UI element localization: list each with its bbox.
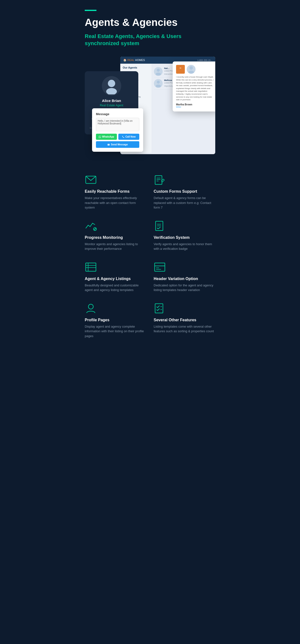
message-textarea[interactable]: Hello, I am interested in [Villa on Holl…: [96, 118, 139, 131]
feature-verification-system: Verification SystemVerify agents and age…: [154, 220, 215, 251]
features-grid: Easily Reachable FormsMake your represen…: [85, 174, 215, 338]
feature-agent-listings: Agent & Agency ListingsBeautifully desig…: [85, 261, 146, 292]
svg-point-5: [155, 85, 161, 88]
feature-desc-header-variation: Dedicated option for the agent and agenc…: [154, 283, 215, 292]
review-text: I recently sold a house through Liam Wya…: [176, 76, 214, 101]
feature-title-verification-system: Verification System: [154, 236, 215, 240]
accent-bar: [85, 10, 96, 11]
agent-name: Alice Brian: [90, 98, 134, 103]
edit-form-icon: [154, 174, 166, 186]
agent-thumb: [154, 67, 163, 76]
feature-desc-verification-system: Verify agents and agencies to honor them…: [154, 242, 215, 251]
feature-title-easily-reachable: Easily Reachable Forms: [85, 189, 146, 194]
message-popup: Message Hello, I am interested in [Villa…: [92, 108, 143, 152]
review-header: ": [176, 65, 214, 74]
agent-role: Real Estate Agent: [90, 104, 134, 107]
review-popup: " I recently sold a house through Liam W…: [173, 62, 215, 111]
feature-title-profile-pages: Profile Pages: [85, 318, 146, 322]
call-label: Call Now: [125, 136, 136, 138]
feature-easily-reachable: Easily Reachable FormsMake your represen…: [85, 174, 146, 210]
feature-desc-agent-listings: Beautifully designed and customizable ag…: [85, 283, 146, 292]
feature-desc-easily-reachable: Make your representatives effectively re…: [85, 196, 146, 210]
feature-title-agent-listings: Agent & Agency Listings: [85, 277, 146, 281]
list-icon: [85, 261, 97, 273]
feature-title-progress-monitoring: Progress Monitoring: [85, 236, 146, 240]
avatar: [102, 76, 121, 96]
progress-icon: [85, 220, 97, 232]
feature-profile-pages: Profile PagesDisplay agent and agency co…: [85, 302, 146, 338]
mail-icon: [85, 174, 97, 186]
textarea-content: Hello, I am interested in [Villa on Holl…: [98, 120, 138, 125]
svg-point-1: [106, 88, 117, 94]
svg-rect-22: [155, 263, 165, 271]
verify-icon: [154, 220, 166, 232]
showcase-area: Alice Brian Real Estate Agent f t in ig …: [85, 56, 215, 159]
svg-point-4: [157, 81, 160, 84]
agent-thumb: [154, 79, 163, 88]
svg-point-26: [88, 304, 93, 309]
feature-desc-custom-forms: Default agent & agency forms can be repl…: [154, 196, 215, 210]
page-wrapper: Agents & Agencies Real Estate Agents, Ag…: [75, 0, 225, 353]
feature-desc-profile-pages: Display agent and agency complete inform…: [85, 324, 146, 338]
svg-rect-18: [86, 263, 96, 271]
svg-point-3: [155, 73, 161, 76]
send-label: Send Message: [111, 143, 128, 146]
svg-line-14: [94, 228, 96, 230]
checklist-icon: [154, 302, 166, 314]
feature-title-other-features: Several Other Features: [154, 318, 215, 322]
review-avatar: [187, 65, 195, 74]
feature-progress-monitoring: Progress MonitoringMonitor agents and ag…: [85, 220, 146, 251]
svg-rect-9: [155, 176, 162, 184]
svg-point-2: [157, 69, 160, 72]
send-message-button[interactable]: Send Message: [96, 141, 139, 148]
popup-title: Message: [96, 112, 139, 116]
svg-rect-27: [155, 304, 163, 313]
screenshot-logo: 🏠 REAL HOMES: [123, 58, 145, 62]
whatsapp-label: WhatsApp: [102, 136, 114, 138]
svg-point-0: [108, 80, 115, 87]
screenshot-phone: 1-800-355-15...: [197, 59, 212, 62]
svg-point-7: [188, 71, 194, 74]
feature-other-features: Several Other FeaturesListing templates …: [154, 302, 215, 338]
review-author-role: Writer: [176, 106, 214, 108]
feature-title-custom-forms: Custom Forms Support: [154, 189, 215, 194]
svg-point-6: [189, 66, 193, 70]
popup-buttons-row: WhatsApp Call Now: [96, 134, 139, 140]
quote-icon: ": [176, 65, 185, 74]
feature-desc-progress-monitoring: Monitor agents and agencies listing to i…: [85, 242, 146, 251]
feature-desc-other-features: Listing templates come with several othe…: [154, 324, 215, 334]
whatsapp-button[interactable]: WhatsApp: [96, 134, 117, 140]
header-icon: [154, 261, 166, 273]
feature-custom-forms: Custom Forms SupportDefault agent & agen…: [154, 174, 215, 210]
feature-header-variation: Header Variation OptionDedicated option …: [154, 261, 215, 292]
review-author-name: Martha Brown: [176, 103, 214, 106]
sidebar-title: Our Agents: [123, 66, 149, 69]
profile-icon: [85, 302, 97, 314]
page-subtitle: Real Estate Agents, Agencies & Users syn…: [85, 33, 215, 47]
page-title: Agents & Agencies: [85, 17, 215, 28]
feature-title-header-variation: Header Variation Option: [154, 277, 215, 281]
call-button[interactable]: Call Now: [118, 134, 139, 140]
